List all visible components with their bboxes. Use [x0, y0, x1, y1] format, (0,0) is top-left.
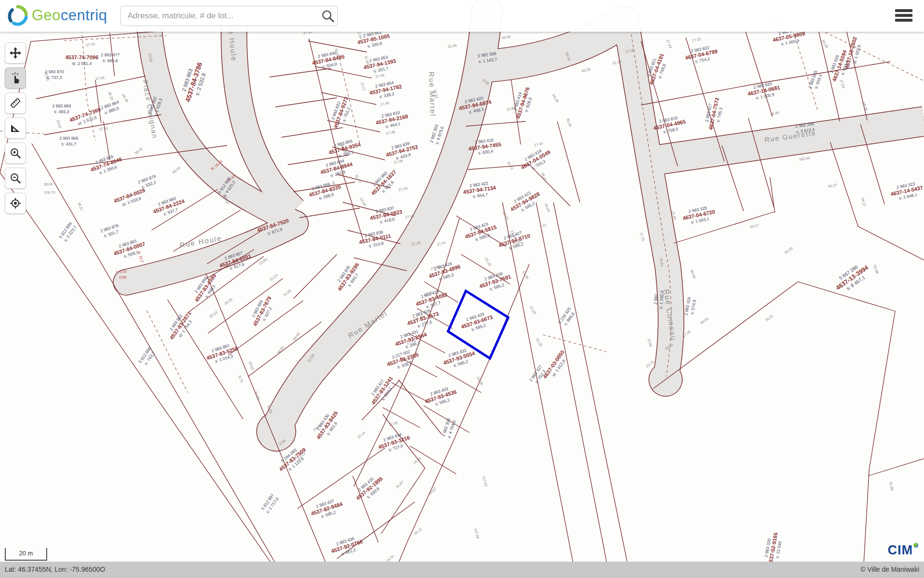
parcel-label[interactable]: 4537-74-7369st: 1 572,5 [69, 106, 104, 129]
parcel-label[interactable]: 2 983 3294637-04-6720s: 1 003,1 [681, 204, 717, 226]
dimension-label: 14,15 [544, 203, 551, 213]
dimension-label: 36,57 [750, 223, 759, 229]
parcel-label[interactable]: 2 983 8554537-84-9354s: 360,1 [327, 137, 363, 161]
parcel-label[interactable]: 2 983 8594537-83-7679s: 627,2 [247, 293, 277, 329]
parcel-label[interactable]: 2 983 856 -14537-84-8335s: 288,9 [307, 179, 343, 203]
parcel-label[interactable]: 2 983 4334537-93-4536s: 585,2 [423, 384, 459, 409]
parcel-line [868, 459, 924, 476]
dimension-label: 54,27 [828, 183, 837, 189]
parcel-label[interactable]: 2 983 4194537-94-9676s: 828,9 [510, 85, 536, 121]
dimension-label: 21,38 [476, 376, 484, 386]
parcel-label[interactable]: 2 983 8614537-83-5258s: 1 014,3 [204, 341, 240, 366]
parcel-label[interactable]: 2 983 8804537-84-2224s: 537,7 [151, 193, 187, 220]
parcel-label[interactable]: 4537-74-7096st: 2 031,4 [65, 54, 99, 66]
dimension-label: r: 6,10 [116, 269, 126, 274]
parcel-label[interactable]: 2 983 8204637-14-0681s: 1 000,9 [746, 79, 782, 102]
parcel-label[interactable]: 3 217 0024537-93-2355s: 328,7 [385, 347, 421, 372]
parcel-label[interactable]: 2 983 326s: 574,9 [683, 296, 697, 316]
parcel-label[interactable]: 2 983 4224537-94-7134s: 654,7 [462, 180, 497, 200]
parcel-label[interactable]: 2 983 8654537-74-8646s: 1 350,6 [88, 151, 125, 177]
tool-measure-distance-button[interactable] [5, 92, 26, 114]
parcel-label[interactable]: 5 812 896s: 743,2 [138, 346, 157, 368]
parcel-label[interactable]: 2 983 8344537-84-8944s: 291,9 [319, 157, 355, 181]
hamburger-icon [895, 9, 912, 12]
parcel-label[interactable]: 2 983 4244537-93-4896s: 585,3 [426, 259, 462, 284]
tool-zoom-in-button[interactable] [5, 143, 26, 164]
parcel-label[interactable]: 2 983 8354537-83-9295s: 693,7 [333, 259, 364, 295]
parcel-label[interactable]: 2 983 4324537-93-5554s: 585,2 [441, 345, 477, 371]
parcel-label[interactable]: 2 983 3204637-02-9165s: 22 040 [762, 531, 783, 566]
set-square-icon [9, 122, 22, 134]
parcel-label[interactable]: 2 982 308s: 4 704,6 [441, 418, 457, 439]
parcel-line [536, 202, 610, 578]
search-button[interactable] [318, 7, 337, 25]
tool-measure-area-button[interactable] [5, 118, 26, 139]
dimension-label: 43,06 [501, 35, 511, 40]
dimension-label: 27,46 [375, 73, 385, 79]
parcel-label[interactable]: 2 983 3234637-14-5437s: 2 648,1 [889, 180, 924, 202]
parcel-label[interactable]: 2 983 878s: 501,7 [100, 223, 121, 239]
parcel-label[interactable]: 2 983 879s: 532,2 [137, 174, 158, 190]
svg-text:st: 2 031,4: st: 2 031,4 [72, 61, 91, 66]
parcel-label[interactable]: 2 983 8544537-94-1782s: 338,3 [368, 79, 403, 101]
tool-pan-button[interactable] [5, 42, 26, 64]
parcel-label[interactable]: 2 983 8334537-94-2168s: 464,1 [374, 108, 410, 131]
dimension-label: 30,34 [565, 118, 573, 128]
parcel-label[interactable]: 2 983 8634537-84-3786s: 2 532,8 [178, 59, 209, 105]
cim-logo: CIM [888, 543, 919, 558]
parcel-label[interactable]: 5 667 2864637-13-3994s: 8 467,1 [832, 260, 873, 296]
coordinates-readout: Lat: 46.37455N, Lon: -75.96500O [5, 565, 105, 573]
parcel-label[interactable]: 2 983 866s: 431,7 [59, 136, 78, 146]
parcel-label[interactable]: 2 983 4364537-92-0766s: 651,2 [329, 534, 365, 559]
tool-locate-button[interactable] [5, 193, 26, 214]
map-canvas[interactable]: 27,4326,9822,5531,6127,4516,1026,3818,07… [0, 0, 924, 578]
parcel-label[interactable]: 5 812 897s: 2 717,0 [260, 493, 280, 514]
parcel-label[interactable]: 2 983 4284537-93-7691s: 585,2 [477, 269, 513, 294]
parcel-line [381, 468, 425, 534]
parcel-label[interactable]: 2 983 4354537-92-1895s: 930,8 [352, 472, 387, 505]
dimension-label: 27,43 [398, 186, 408, 192]
parcel-label[interactable]: 2 983 4344537-93-3216s: 727,0 [376, 430, 412, 455]
parcel-line [391, 382, 429, 403]
parcel-line [309, 39, 363, 241]
parcel-line [282, 128, 343, 137]
svg-text:2 983 870: 2 983 870 [45, 69, 64, 74]
dimension-label: 21,34 [522, 270, 530, 280]
dimension-label: 137,84 [473, 527, 480, 539]
parcel-label[interactable]: 2 983 877s: 695,8 [101, 53, 119, 63]
parcel-label[interactable]: 2 983 8174637-04-7572s: 745,3 [703, 96, 725, 131]
dimension-label: 18,36 [861, 102, 869, 112]
parcel-label[interactable]: 2 983 8364537-94-0111s: 310,8 [358, 228, 393, 250]
search-box [120, 6, 338, 26]
parcel-label[interactable]: 5 812 899s: 2 223,7 [58, 221, 78, 243]
cim-globe-icon [913, 543, 918, 548]
parcel-line [864, 311, 895, 562]
tool-select-button[interactable] [5, 67, 26, 89]
street-name-label: Rue Martel [427, 72, 437, 117]
parcel-line [294, 254, 337, 299]
dimension-label: 54,29 [783, 246, 794, 255]
parcel-label[interactable]: 2 983 4184637-04-0549s: 703,3 [517, 145, 554, 175]
logo-swirl-icon [7, 4, 29, 26]
parcel-label-selected[interactable]: 2 983 4294537-93-6673s: 585,2 [459, 309, 495, 335]
dimension-label: 36,49 [770, 110, 780, 116]
parcel-label[interactable]: 2 983 869s: 455,3 [52, 104, 71, 114]
hand-pointer-icon [9, 72, 22, 84]
parcel-label[interactable]: 2 983 4374537-82-9484s: 585,2 [308, 496, 345, 522]
menu-button[interactable] [894, 6, 913, 24]
dimension-label: 27,43 [666, 39, 673, 49]
dimension-label: 217,62 [481, 475, 488, 487]
parcel-label[interactable]: 4537-84-0029st: 1 033,9 [113, 187, 148, 210]
search-input[interactable] [121, 11, 318, 21]
dimension-label: 27,43 [99, 126, 108, 132]
parcel-line [299, 208, 360, 218]
parcel-label[interactable]: 2 983 864s: 885,5 [100, 100, 121, 116]
cadastre-dashed-line [543, 335, 606, 352]
street-surface [651, 121, 924, 161]
dimension-label: 23,09 [258, 257, 268, 266]
parcel-label[interactable]: 2 983 8374537-94-0823s: 418,0 [368, 204, 404, 226]
target-icon [9, 197, 22, 210]
tool-zoom-out-button[interactable] [5, 168, 26, 189]
dimension-label: 27,41 [436, 240, 447, 247]
parcel-label[interactable]: 2 982 303s: 6 879,6 [429, 124, 445, 145]
